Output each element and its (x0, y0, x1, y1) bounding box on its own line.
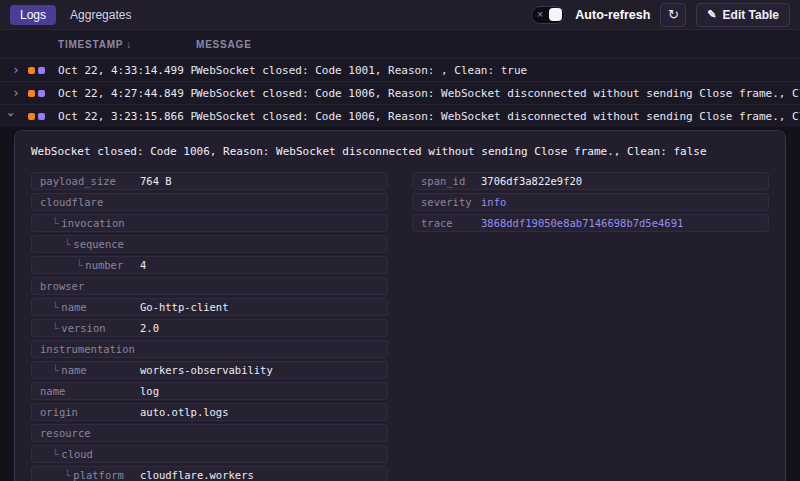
field-row: └invocation (31, 214, 388, 232)
row-status-dots (28, 90, 58, 97)
log-table: TIMESTAMP↓ MESSAGE › Oct 22, 4:33:14.499… (0, 30, 800, 127)
field-key: name (40, 385, 140, 397)
column-header-message[interactable]: MESSAGE (196, 39, 800, 50)
tree-connector: └ (52, 448, 58, 460)
view-tabs: Logs Aggregates (10, 5, 141, 25)
field-value: 3706df3a822e9f20 (481, 175, 582, 187)
auto-refresh-toggle[interactable]: × (531, 6, 565, 24)
log-row[interactable]: › Oct 22, 4:33:14.499 PM WebSocket close… (0, 58, 800, 81)
tree-connector: └ (52, 322, 58, 334)
field-key: └number (40, 259, 140, 271)
field-key-text: severity (421, 196, 472, 208)
tree-connector: └ (64, 469, 70, 481)
field-key-text: name (61, 301, 86, 313)
field-row: name log (31, 382, 388, 400)
row-message: WebSocket closed: Code 1001, Reason: , C… (196, 64, 800, 77)
field-value: Go-http-client (140, 301, 229, 313)
field-value: 4 (140, 259, 146, 271)
row-timestamp: Oct 22, 3:23:15.866 PM (58, 110, 196, 123)
field-value: 764 B (140, 175, 172, 187)
detail-right-fields: span_id 3706df3a822e9f20 severity info t… (412, 172, 769, 235)
field-row: origin auto.otlp.logs (31, 403, 388, 421)
status-dot-orange (28, 90, 35, 97)
row-status-dots (28, 113, 58, 120)
field-key: instrumentation (40, 343, 140, 355)
detail-title: WebSocket closed: Code 1006, Reason: Web… (31, 145, 769, 158)
field-key-text: span_id (421, 175, 465, 187)
field-key: browser (40, 280, 140, 292)
timestamp-header-label: TIMESTAMP (58, 39, 123, 50)
field-value: 2.0 (140, 322, 159, 334)
detail-left-fields: payload_size 764 B cloudflare └invocatio… (31, 172, 388, 481)
chevron-down-icon: › (5, 111, 18, 119)
field-key: └platform (40, 469, 140, 481)
status-dot-purple (38, 113, 45, 120)
auto-refresh-label: Auto-refresh (575, 8, 650, 22)
field-row: └name workers-observability (31, 361, 388, 379)
row-message: WebSocket closed: Code 1006, Reason: Web… (196, 110, 800, 123)
field-key-text: invocation (61, 217, 124, 229)
field-key: payload_size (40, 175, 140, 187)
row-expander[interactable]: › (8, 109, 28, 123)
topbar-right: × Auto-refresh ↻ ✎ Edit Table (531, 3, 790, 27)
status-dot-orange (28, 113, 35, 120)
field-key: trace (421, 217, 481, 229)
sort-desc-icon: ↓ (126, 39, 132, 50)
field-value[interactable]: 3868ddf19050e8ab7146698b7d5e4691 (481, 217, 683, 229)
refresh-icon: ↻ (668, 7, 679, 22)
field-row: └version 2.0 (31, 319, 388, 337)
detail-columns: payload_size 764 B cloudflare └invocatio… (31, 172, 769, 481)
field-key-text: platform (73, 469, 124, 481)
field-key-text: browser (40, 280, 84, 292)
field-key-text: cloud (61, 448, 93, 460)
tab-logs[interactable]: Logs (10, 5, 56, 25)
field-value: log (140, 385, 159, 397)
field-key: └name (40, 301, 140, 313)
field-row: └sequence (31, 235, 388, 253)
row-timestamp: Oct 22, 4:33:14.499 PM (58, 64, 196, 77)
field-row: resource (31, 424, 388, 442)
tree-connector: └ (76, 259, 82, 271)
field-key-text: sequence (73, 238, 124, 250)
field-key: └cloud (40, 448, 140, 460)
tree-connector: └ (52, 364, 58, 376)
edit-table-label: Edit Table (723, 8, 779, 22)
field-value: cloudflare.workers (140, 469, 254, 481)
field-key-text: cloudflare (40, 196, 103, 208)
field-row: └number 4 (31, 256, 388, 274)
row-message: WebSocket closed: Code 1006, Reason: Web… (196, 87, 800, 100)
field-key: severity (421, 196, 481, 208)
field-row: cloudflare (31, 193, 388, 211)
pencil-icon: ✎ (707, 8, 716, 21)
tree-connector: └ (64, 238, 70, 250)
field-key-text: origin (40, 406, 78, 418)
status-dot-purple (38, 90, 45, 97)
field-row: └cloud (31, 445, 388, 463)
log-row[interactable]: › Oct 22, 3:23:15.866 PM WebSocket close… (0, 104, 800, 127)
field-key: resource (40, 427, 140, 439)
field-key-text: name (40, 385, 65, 397)
row-expander[interactable]: › (8, 63, 28, 77)
chevron-right-icon: › (8, 86, 20, 99)
toggle-knob (549, 8, 562, 21)
field-row: instrumentation (31, 340, 388, 358)
chevron-right-icon: › (8, 63, 20, 76)
row-status-dots (28, 67, 58, 74)
field-row: payload_size 764 B (31, 172, 388, 190)
column-header-timestamp[interactable]: TIMESTAMP↓ (58, 39, 196, 50)
field-key: span_id (421, 175, 481, 187)
detail-panel: WebSocket closed: Code 1006, Reason: Web… (14, 130, 786, 481)
edit-table-button[interactable]: ✎ Edit Table (696, 3, 790, 27)
row-timestamp: Oct 22, 4:27:44.849 PM (58, 87, 196, 100)
x-icon: × (534, 10, 543, 20)
row-expander[interactable]: › (8, 86, 28, 100)
log-row[interactable]: › Oct 22, 4:27:44.849 PM WebSocket close… (0, 81, 800, 104)
field-value[interactable]: info (481, 196, 506, 208)
field-key: └sequence (40, 238, 140, 250)
tab-aggregates[interactable]: Aggregates (60, 5, 141, 25)
field-key-text: payload_size (40, 175, 116, 187)
refresh-button[interactable]: ↻ (660, 3, 686, 27)
field-key-text: trace (421, 217, 453, 229)
field-row: browser (31, 277, 388, 295)
status-dot-orange (28, 67, 35, 74)
